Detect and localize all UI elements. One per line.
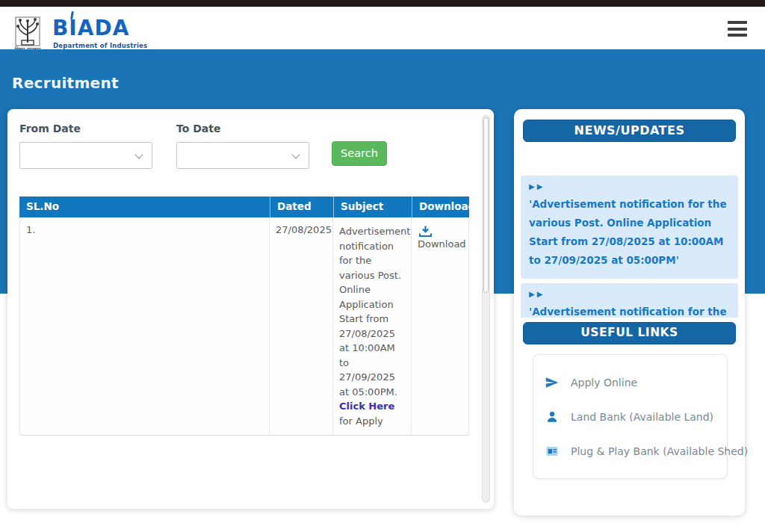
brand-tagline: Department of Industries bbox=[53, 42, 147, 49]
to-date-select[interactable] bbox=[176, 142, 309, 169]
table-row: 1. 27/08/2025 Advertisement notification… bbox=[19, 217, 469, 436]
news-item-text: 'Advertisement notification for the vari… bbox=[529, 195, 730, 270]
from-date-label: From Date bbox=[19, 123, 81, 134]
link-land-bank[interactable]: Land Bank (Available Land) bbox=[545, 410, 713, 424]
menu-hamburger-icon[interactable] bbox=[728, 21, 747, 39]
recruitment-panel: From Date To Date Search SL.No Dated Sub… bbox=[7, 109, 494, 509]
paper-plane-icon bbox=[545, 376, 559, 389]
news-updates-header: NEWS/UPDATES bbox=[523, 120, 736, 142]
news-ticker: ▶▶ 'Advertisement notification for the v… bbox=[521, 146, 738, 318]
from-date-select[interactable] bbox=[19, 142, 152, 169]
subject-text: Advertisement notification for the vario… bbox=[339, 226, 410, 398]
cell-dated: 27/08/2025 bbox=[270, 217, 333, 435]
link-label: Land Bank (Available Land) bbox=[571, 411, 713, 423]
double-arrow-icon: ▶▶ bbox=[529, 290, 730, 298]
chevron-down-icon bbox=[291, 150, 300, 158]
cell-slno: 1. bbox=[20, 217, 270, 435]
download-link[interactable]: Download bbox=[418, 238, 466, 250]
page-title: Recruitment bbox=[12, 74, 119, 92]
link-apply-online[interactable]: Apply Online bbox=[545, 376, 637, 389]
page: बिहार सरकार BIADA Department of Industri… bbox=[0, 0, 765, 532]
useful-links-header: USEFUL LINKS bbox=[523, 322, 736, 344]
govt-emblem-icon bbox=[10, 16, 45, 47]
subject-suffix: for Apply bbox=[339, 415, 383, 427]
col-header-subject: Subject bbox=[334, 197, 412, 217]
person-icon bbox=[545, 410, 559, 424]
cell-download: Download bbox=[412, 217, 468, 435]
recruitment-table: SL.No Dated Subject Download 1. 27/08/20… bbox=[19, 197, 469, 436]
link-label: Plug & Play Bank (Available Shed) bbox=[571, 445, 748, 457]
sidebar-panel: NEWS/UPDATES ▶▶ 'Advertisement notificat… bbox=[514, 109, 745, 516]
useful-links-card: Apply Online Land Bank (Available Land) … bbox=[533, 354, 728, 479]
col-header-slno: SL.No bbox=[19, 197, 270, 217]
to-date-label: To Date bbox=[176, 123, 220, 134]
search-button[interactable]: Search bbox=[332, 141, 387, 166]
site-header: बिहार सरकार BIADA Department of Industri… bbox=[0, 7, 765, 49]
link-plug-play-bank[interactable]: Plug & Play Bank (Available Shed) bbox=[545, 445, 748, 458]
col-header-download: Download bbox=[412, 197, 469, 217]
news-item[interactable]: ▶▶ 'Advertisement notification for the v… bbox=[521, 283, 738, 318]
brand-logo[interactable]: BIADA bbox=[52, 16, 129, 40]
panel-scrollbar-thumb[interactable] bbox=[483, 117, 489, 293]
chevron-down-icon bbox=[134, 150, 143, 158]
plug-play-icon bbox=[545, 445, 559, 458]
col-header-dated: Dated bbox=[270, 197, 334, 217]
double-arrow-icon: ▶▶ bbox=[529, 182, 730, 191]
panel-scrollbar-track[interactable] bbox=[482, 115, 490, 503]
click-here-link[interactable]: Click Here bbox=[339, 400, 394, 412]
news-item-text: 'Advertisement notification for the vari… bbox=[529, 303, 730, 318]
top-black-bar bbox=[0, 0, 765, 7]
news-item[interactable]: ▶▶ 'Advertisement notification for the v… bbox=[521, 176, 738, 279]
link-label: Apply Online bbox=[571, 377, 637, 389]
download-icon[interactable] bbox=[419, 226, 432, 237]
table-header-row: SL.No Dated Subject Download bbox=[19, 197, 469, 217]
cell-subject: Advertisement notification for the vario… bbox=[333, 217, 412, 435]
